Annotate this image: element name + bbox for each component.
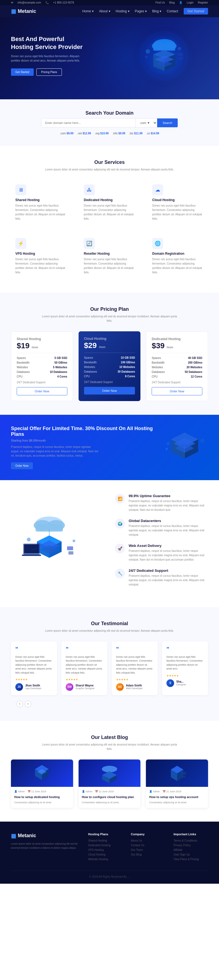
domain-search-btn[interactable]: Search <box>157 118 177 127</box>
domain-tld-select[interactable]: .com ▼ .net .org <box>136 118 157 127</box>
blog-post-3-desc: Consectetur adipiscing et sit amet. <box>149 801 205 805</box>
service-shared-desc: Donec nec purus eget felis faucibus ferm… <box>15 204 67 221</box>
footer-link-privacy[interactable]: Privacy Policy <box>174 844 208 847</box>
blog-title: Our Latest Blog <box>11 735 208 740</box>
testimonial-2-stars: ★★★★★ <box>66 678 103 681</box>
footer-link-affiliate[interactable]: Affiliate <box>174 848 208 851</box>
nav-pages[interactable]: Pages ▾ <box>135 9 147 13</box>
offer-description: Praesent dapibus, neque id cursus faucib… <box>11 445 99 458</box>
footer-link-blog[interactable]: Our Blog <box>131 853 165 856</box>
nav-home[interactable]: Home ▾ <box>82 9 93 13</box>
nav-links: Home ▾ About ▾ Hosting ▾ Pages ▾ Blog ▾ … <box>82 8 208 14</box>
pricing-section: Our Pricing Plan Lorem ipsum dolor sit a… <box>0 293 219 415</box>
blog-grid: 👤 Admin 📅 12 June 2019 How to setup dedi… <box>11 759 208 808</box>
service-shared-title: Shared Hosting <box>15 198 67 202</box>
testimonial-3-avatar: AS <box>116 683 124 691</box>
blog-post-1[interactable]: 👤 Admin 📅 12 June 2019 How to setup dedi… <box>11 759 73 808</box>
feature-delivery-icon: 🚀 <box>115 544 125 554</box>
svg-rect-56 <box>182 776 186 778</box>
hero-text: Best And Powerful Hosting Service Provid… <box>11 35 88 76</box>
footer-link-website[interactable]: Website Hosting <box>88 858 123 861</box>
testimonial-3-quote: " <box>116 646 153 653</box>
footer-link-plans-pricing[interactable]: View Plans & Pricing <box>174 858 208 861</box>
offer-order-btn[interactable]: Order Now <box>11 462 33 469</box>
pricing-shared-order-btn[interactable]: Order Now <box>17 387 67 395</box>
logo[interactable]: ▦ Metanic <box>11 8 36 14</box>
blog-post-3-date: 📅 21 June 2019 <box>163 790 181 793</box>
service-domain-desc: Donec nec purus eget felis faucibus ferm… <box>152 257 204 275</box>
offer-illustration <box>163 430 206 465</box>
pricing-cloud-order-btn[interactable]: Order Now <box>84 387 135 395</box>
testimonial-4-avatar: S <box>166 679 174 687</box>
phone-link[interactable]: +1 800-123-5678 <box>53 1 74 4</box>
offer-title: Special Offer For Limited Time. 30% Disc… <box>11 426 161 437</box>
testimonial-2-role: Graphic Designer <box>75 687 95 690</box>
blog-toplink[interactable]: Blog <box>169 1 175 4</box>
footer-link-team[interactable]: Our Team <box>131 848 165 851</box>
register-link[interactable]: Register <box>198 1 208 4</box>
pricing-cloud-price: $29 /mon <box>84 342 135 349</box>
pricing-cloud-name: Cloud Hosting <box>84 337 135 340</box>
footer-link-vps[interactable]: VPS Hosting <box>88 848 123 851</box>
nav-blog[interactable]: Blog ▾ <box>152 9 161 13</box>
feature-delivery-text: Web Asset Delivery Praesent dapibus, neq… <box>129 544 208 562</box>
blog-desc: Lorem ipsum dolor sit amet consectetur a… <box>41 743 178 751</box>
offer-image <box>161 428 208 467</box>
pricing-grid: Shared Hosting $19 /mon Spaces5 GB SSD B… <box>11 331 208 401</box>
blog-post-2[interactable]: 👤 Admin 📅 12 June 2019 How to configure … <box>78 759 141 808</box>
tld-org: .org $10.99 <box>95 132 109 135</box>
footer-link-contact[interactable]: Contact Us <box>131 844 165 847</box>
email-link[interactable]: info@example.com <box>18 1 41 4</box>
domain-search-input[interactable] <box>42 118 136 127</box>
login-link[interactable]: Login <box>187 1 193 4</box>
feature-datacenters-text: Global Datacenters Praesent dapibus, neq… <box>129 519 208 537</box>
svg-point-15 <box>145 56 148 58</box>
features-illustration <box>19 508 96 579</box>
service-domain-registration: 🌐 Domain Registration Donec nec purus eg… <box>148 234 208 279</box>
domain-tlds: .com $9.99 .net $12.99 .org $10.99 .info… <box>11 132 208 135</box>
testimonial-prev-btn[interactable]: ‹ <box>16 701 23 707</box>
pricing-shared-bandwidth: Bandwidth50 GB/mo <box>17 361 67 364</box>
svg-point-23 <box>166 442 170 445</box>
nav-contact[interactable]: Contact <box>167 9 178 13</box>
testimonial-3-role: Web Developer <box>126 687 143 690</box>
service-dedicated-hosting: 🖧 Dedicated Hosting Donec nec purus eget… <box>79 180 140 226</box>
top-bar-right: Find Us Blog 👤 Login Register <box>155 1 208 4</box>
blog-post-3[interactable]: 👤 Admin 📅 21 June 2019 How to setup vps … <box>146 759 208 808</box>
testimonial-1-avatar: JS <box>15 683 23 691</box>
blog-post-1-date: 📅 12 June 2019 <box>28 790 46 793</box>
footer-link-dedicated[interactable]: Dedicated Hosting <box>88 844 123 847</box>
pricing-shared-cpu: CPU4 Cores <box>17 375 67 378</box>
pricing-dedicated-order-btn[interactable]: Order Now <box>152 387 202 395</box>
testimonial-3-text: Donec nec purus eget felis faucibus ferm… <box>116 655 153 675</box>
services-grid: 🖥 Shared Hosting Donec nec purus eget fe… <box>11 180 208 279</box>
footer-link-about[interactable]: About Us <box>131 839 165 842</box>
hero-description: Donec nec purus eget felis faucibus ferm… <box>11 54 88 63</box>
footer-link-shared[interactable]: Shared Hosting <box>88 839 123 842</box>
find-us-link[interactable]: Find Us <box>155 1 165 4</box>
blog-post-3-content: 👤 Admin 📅 21 June 2019 How to setup vps … <box>146 787 208 808</box>
service-vps-title: VPS Hosting <box>15 252 67 256</box>
feature-datacenters: 🌍 Global Datacenters Praesent dapibus, n… <box>115 519 208 537</box>
hero-pricing-btn[interactable]: Pricing Plans <box>37 68 62 76</box>
nav-about[interactable]: About ▾ <box>99 9 110 13</box>
pricing-cloud-support: 24/7 Dedicated Support <box>84 380 135 383</box>
footer-link-signup[interactable]: User Sign Up <box>174 853 208 856</box>
services-desc: Lorem ipsum dolor sit amet consectetur a… <box>41 167 178 172</box>
blog-post-2-image <box>78 759 141 787</box>
pricing-desc: Lorem ipsum dolor sit amet consectetur a… <box>41 314 178 323</box>
blog-post-2-author: 👤 Admin <box>82 790 93 793</box>
pricing-dedicated-spaces: Spaces40 GB SSD <box>152 356 202 360</box>
nav-get-started[interactable]: Get Started <box>184 8 208 14</box>
hero-get-started-btn[interactable]: Get Started <box>11 68 34 76</box>
testimonial-next-btn[interactable]: › <box>25 701 31 707</box>
svg-rect-12 <box>177 53 183 56</box>
nav-hosting[interactable]: Hosting ▾ <box>116 9 129 13</box>
footer-link-cloud[interactable]: Cloud Hosting <box>88 853 123 856</box>
pricing-dedicated-name: Dedicated Hosting <box>152 337 202 341</box>
pricing-dedicated-price: $39 /mon <box>152 342 202 350</box>
footer-link-terms[interactable]: Terms & Conditions <box>174 839 208 842</box>
blog-post-1-content: 👤 Admin 📅 12 June 2019 How to setup dedi… <box>11 787 73 808</box>
blog-post-2-content: 👤 Admin 📅 12 June 2019 How to configure … <box>78 787 141 808</box>
testimonial-4-info: Sha... Designer <box>176 680 186 686</box>
